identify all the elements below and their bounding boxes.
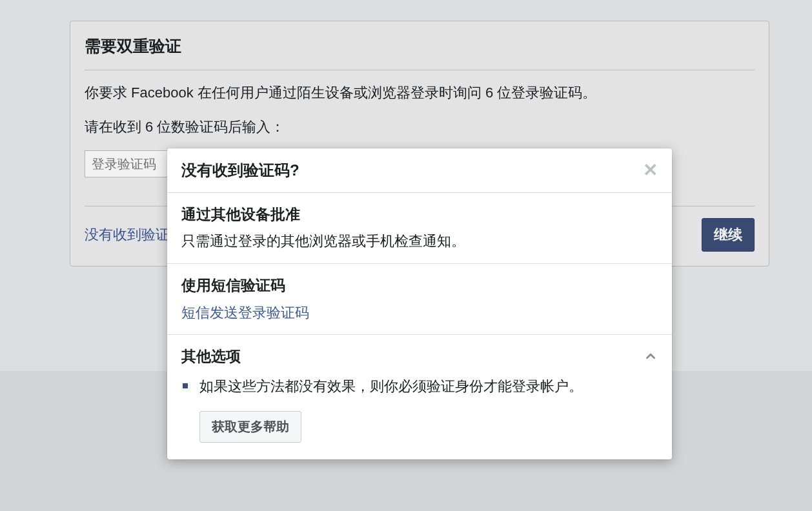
sms-code-section: 使用短信验证码 短信发送登录验证码 bbox=[167, 264, 672, 335]
section-title-other: 其他选项 bbox=[181, 346, 241, 366]
chevron-up-icon bbox=[644, 349, 658, 363]
section-title-sms: 使用短信验证码 bbox=[181, 276, 658, 296]
get-more-help-button[interactable]: 获取更多帮助 bbox=[199, 411, 301, 443]
send-sms-code-link[interactable]: 短信发送登录验证码 bbox=[181, 303, 309, 323]
modal-header: 没有收到验证码? ✕ bbox=[167, 148, 672, 193]
section-title-approve: 通过其他设备批准 bbox=[181, 205, 658, 225]
other-option-text: 如果这些方法都没有效果，则你必须验证身份才能登录帐户。 bbox=[199, 376, 583, 397]
close-icon[interactable]: ✕ bbox=[643, 161, 658, 179]
other-options-section: 其他选项 如果这些方法都没有效果，则你必须验证身份才能登录帐户。 获取更多帮助 bbox=[167, 335, 672, 459]
modal-title: 没有收到验证码? bbox=[181, 160, 299, 181]
approve-other-device-section: 通过其他设备批准 只需通过登录的其他浏览器或手机检查通知。 bbox=[167, 193, 672, 264]
other-options-header[interactable]: 其他选项 bbox=[181, 346, 658, 366]
other-option-bullet-row: 如果这些方法都没有效果，则你必须验证身份才能登录帐户。 bbox=[181, 376, 658, 397]
no-code-modal: 没有收到验证码? ✕ 通过其他设备批准 只需通过登录的其他浏览器或手机检查通知。… bbox=[167, 148, 672, 459]
bullet-icon bbox=[183, 383, 188, 388]
section-desc-approve: 只需通过登录的其他浏览器或手机检查通知。 bbox=[181, 231, 658, 252]
